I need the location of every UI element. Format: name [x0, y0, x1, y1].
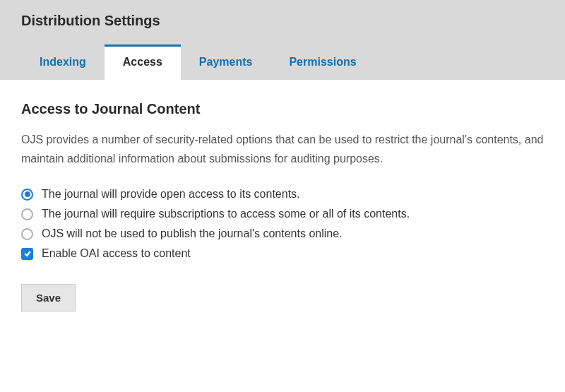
- tab-payments[interactable]: Payments: [181, 44, 271, 80]
- option-subscriptions[interactable]: The journal will require subscriptions t…: [21, 208, 544, 220]
- option-label: Enable OAI access to content: [42, 247, 191, 260]
- save-button[interactable]: Save: [21, 284, 76, 311]
- access-options: The journal will provide open access to …: [21, 188, 544, 260]
- tabs: Indexing Access Payments Permissions: [21, 44, 544, 80]
- option-label: OJS will not be used to publish the jour…: [42, 227, 343, 240]
- checkbox-icon[interactable]: [21, 248, 33, 260]
- tab-access[interactable]: Access: [105, 44, 181, 80]
- option-not-publish[interactable]: OJS will not be used to publish the jour…: [21, 227, 544, 240]
- radio-icon[interactable]: [21, 228, 33, 240]
- header: Distribution Settings Indexing Access Pa…: [0, 0, 565, 80]
- option-enable-oai[interactable]: Enable OAI access to content: [21, 247, 544, 260]
- radio-icon[interactable]: [21, 189, 33, 201]
- content: Access to Journal Content OJS provides a…: [0, 80, 565, 326]
- check-icon: [23, 249, 32, 258]
- tab-permissions[interactable]: Permissions: [270, 44, 374, 80]
- radio-icon[interactable]: [21, 208, 33, 220]
- option-open-access[interactable]: The journal will provide open access to …: [21, 188, 544, 201]
- section-description: OJS provides a number of security-relate…: [21, 130, 544, 168]
- tab-indexing[interactable]: Indexing: [21, 44, 105, 80]
- option-label: The journal will require subscriptions t…: [42, 208, 410, 220]
- page-title: Distribution Settings: [21, 13, 544, 29]
- section-title: Access to Journal Content: [21, 101, 544, 117]
- option-label: The journal will provide open access to …: [42, 188, 300, 201]
